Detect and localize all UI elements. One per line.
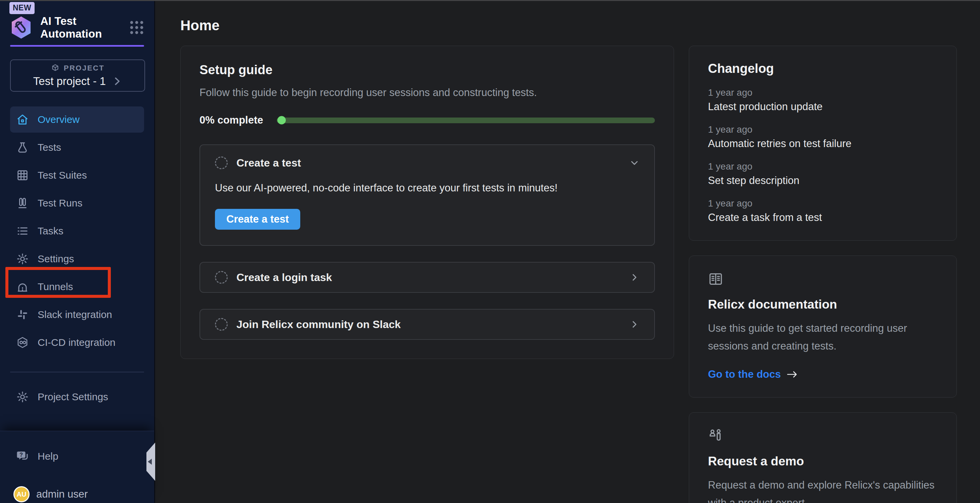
- demo-title: Request a demo: [708, 454, 938, 468]
- changelog-card: Changelog 1 year ago Latest production u…: [689, 46, 957, 241]
- chevron-right-icon: [629, 272, 640, 282]
- right-column: Changelog 1 year ago Latest production u…: [689, 46, 957, 503]
- sidebar-item-cicd-integration[interactable]: CI-CD integration: [10, 329, 144, 356]
- go-to-docs-link[interactable]: Go to the docs: [708, 368, 781, 380]
- sidebar: NEW AI Test Automation: [0, 0, 155, 503]
- changelog-entry: 1 year ago Automatic retries on test fai…: [708, 124, 938, 150]
- sidebar-item-label: Help: [38, 450, 59, 462]
- demo-card: Request a demo Request a demo and explor…: [689, 412, 957, 503]
- sidebar-item-label: Settings: [38, 253, 74, 264]
- step-pending-icon: [215, 271, 228, 284]
- hexagon-infinity-icon: [16, 336, 29, 349]
- two-people-icon: [708, 428, 938, 444]
- create-test-button[interactable]: Create a test: [215, 209, 300, 230]
- changelog-entry-title: Set step description: [708, 175, 938, 187]
- main-content: Home Setup guide Follow this guide to be…: [156, 0, 980, 503]
- svg-text:?: ?: [19, 452, 23, 458]
- sidebar-item-overview[interactable]: Overview: [10, 107, 144, 133]
- chevron-right-icon: [112, 76, 122, 86]
- step-description: Use our AI-powered, no-code interface to…: [215, 182, 640, 194]
- sidebar-item-label: Slack integration: [38, 309, 112, 320]
- project-label: PROJECT: [64, 64, 105, 73]
- project-selector[interactable]: PROJECT Test project - 1: [10, 59, 145, 92]
- open-book-icon: [708, 271, 938, 287]
- collapse-arrow-icon: [148, 459, 152, 465]
- sidebar-item-slack-integration[interactable]: Slack integration: [10, 301, 144, 328]
- setup-guide-subtitle: Follow this guide to begin recording use…: [199, 87, 655, 99]
- setup-step-login-task[interactable]: Create a login task: [199, 262, 655, 293]
- progress-label: 0% complete: [199, 114, 263, 126]
- changelog-entry: 1 year ago Latest production update: [708, 87, 938, 113]
- changelog-time: 1 year ago: [708, 161, 938, 172]
- sidebar-item-label: Tunnels: [38, 281, 73, 293]
- sidebar-item-label: Tests: [38, 142, 61, 153]
- step-pending-icon: [215, 318, 228, 331]
- docs-description: Use this guide to get started recording …: [708, 320, 938, 355]
- app-title: AI Test Automation: [40, 15, 121, 40]
- user-name: admin user: [36, 488, 88, 500]
- setup-guide-title: Setup guide: [199, 63, 655, 77]
- demo-description: Request a demo and explore Relicx's capa…: [708, 476, 938, 503]
- sidebar-item-tunnels[interactable]: Tunnels: [10, 274, 144, 300]
- slack-icon: [16, 308, 29, 321]
- chevron-down-icon: [629, 158, 640, 168]
- tunnel-icon: [16, 280, 29, 293]
- sidebar-item-label: Test Runs: [38, 197, 82, 209]
- sidebar-item-label: CI-CD integration: [38, 337, 116, 348]
- sidebar-item-settings[interactable]: Settings: [10, 246, 144, 272]
- sidebar-item-test-runs[interactable]: Test Runs: [10, 190, 144, 216]
- nav-divider: [10, 372, 144, 372]
- changelog-time: 1 year ago: [708, 87, 938, 98]
- avatar: AU: [13, 486, 30, 502]
- docs-title: Relicx documentation: [708, 298, 938, 312]
- progress-dot: [277, 116, 286, 124]
- sidebar-item-label: Project Settings: [38, 391, 108, 403]
- sidebar-item-tasks[interactable]: Tasks: [10, 218, 144, 244]
- changelog-time: 1 year ago: [708, 124, 938, 135]
- changelog-entry: 1 year ago Create a task from a test: [708, 198, 938, 224]
- step-pending-icon: [215, 156, 228, 169]
- changelog-time: 1 year ago: [708, 198, 938, 209]
- apps-grid-icon[interactable]: [129, 20, 144, 35]
- step-title: Join Relicx community on Slack: [236, 318, 401, 331]
- gear-icon: [16, 253, 29, 265]
- project-name: Test project - 1: [33, 75, 106, 88]
- sidebar-item-tests[interactable]: Tests: [10, 134, 144, 161]
- sidebar-item-label: Test Suites: [38, 170, 87, 181]
- user-menu[interactable]: AU admin user: [13, 486, 88, 502]
- changelog-entry-title: Latest production update: [708, 101, 938, 113]
- task-list-icon: [16, 224, 29, 237]
- changelog-entry-title: Create a task from a test: [708, 212, 938, 224]
- step-title: Create a login task: [236, 271, 332, 284]
- sidebar-item-help[interactable]: ? Help: [10, 443, 144, 470]
- sidebar-nav: Overview Tests Test Suites: [10, 107, 144, 410]
- setup-step-create-test: Create a test Use our AI-powered, no-cod…: [199, 144, 655, 246]
- flask-icon: [16, 141, 29, 154]
- setup-step-create-test-header[interactable]: Create a test: [215, 156, 640, 169]
- brand-underline: [10, 45, 144, 47]
- setup-guide-card: Setup guide Follow this guide to begin r…: [180, 46, 674, 359]
- sidebar-item-project-settings[interactable]: Project Settings: [10, 384, 144, 410]
- columns-icon: [16, 197, 29, 210]
- sidebar-item-label: Overview: [38, 114, 80, 125]
- setup-progress: 0% complete: [199, 114, 655, 126]
- step-title: Create a test: [236, 157, 301, 169]
- sidebar-bottom-section: ? Help AU admin user: [0, 431, 154, 503]
- home-icon: [16, 113, 29, 126]
- docs-card: Relicx documentation Use this guide to g…: [689, 256, 957, 398]
- page-title: Home: [156, 0, 980, 33]
- brand: AI Test Automation: [10, 15, 144, 40]
- sidebar-item-label: Tasks: [38, 225, 64, 237]
- gear-icon: [16, 390, 29, 403]
- chevron-right-icon: [629, 319, 640, 329]
- app-logo-icon: [10, 16, 32, 39]
- package-icon: [51, 64, 60, 73]
- window-top-strip: [0, 0, 980, 1]
- sidebar-item-test-suites[interactable]: Test Suites: [10, 162, 144, 188]
- setup-step-join-slack[interactable]: Join Relicx community on Slack: [199, 309, 655, 340]
- changelog-title: Changelog: [708, 61, 938, 76]
- progress-bar: [277, 118, 655, 123]
- chat-question-icon: ?: [16, 450, 29, 463]
- new-badge: NEW: [10, 2, 35, 14]
- grid-table-icon: [16, 169, 29, 181]
